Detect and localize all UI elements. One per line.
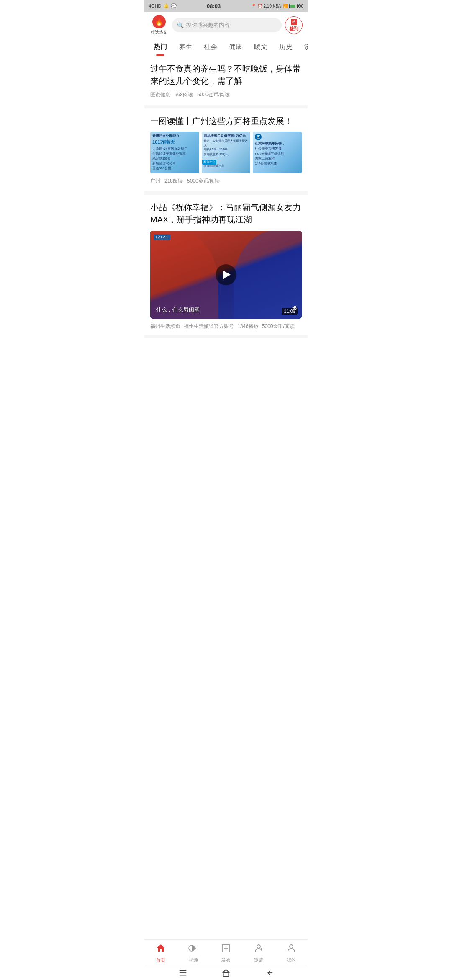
channel-badge: FZTV-1 [154,234,170,240]
article-thumb-2-1: 新增污水处理能力 101万吨/天 力争建成6座污水处理厂 生活垃圾无害化处理率 … [150,132,199,173]
article-card-1[interactable]: 过午不食真的养生吗？不吃晚饭，身体带来的这几个变化，需了解 医说健康 968阅读… [144,56,308,108]
article-title-2: 一图读懂丨广州这些方面将重点发展！ [150,115,302,127]
location-icon: 📍 [251,4,256,8]
app-logo: 🔥 [152,15,166,28]
status-bar: 4GHD 🔔 💬 08:03 📍 ⏰ 2.10 KB/s 📶 90 [144,0,308,12]
tab-history[interactable]: 历史 [273,39,298,56]
alarm-icon: ⏰ [257,4,262,8]
feed: 过午不食真的养生吗？不吃晚饭，身体带来的这几个变化，需了解 医说健康 968阅读… [144,56,308,384]
article-reads-1: 968阅读 [175,91,193,98]
video-meta-3: 福州生活频道 福州生活频道官方账号 1346播放 5000金币/阅读 [150,323,302,335]
nav-tabs: 热门 养生 社会 健康 暖文 历史 济 [144,39,308,56]
article-source-1: 医说健康 [150,91,170,98]
sign-bottom-label: 签到 [289,26,298,32]
message-icon: 💬 [171,3,177,9]
article-meta-2: 广州 218阅读 5000金币/阅读 [150,178,302,185]
tab-yangsheng[interactable]: 养生 [173,39,198,56]
video-duration: 11:09 [282,308,298,315]
logo-area: 🔥 精选热文 [149,15,169,35]
article-card-3[interactable]: 小品《祝你幸福》：马丽霸气侧漏女友力MAX，掰手指神功再现江湖 FZTV-1 1… [144,195,308,338]
battery-icon [289,4,298,8]
article-meta-1: 医说健康 968阅读 5000金币/阅读 [150,91,302,98]
tab-warm[interactable]: 暖文 [248,39,273,56]
article-title-1: 过午不食真的养生吗？不吃晚饭，身体带来的这几个变化，需了解 [150,63,302,87]
article-reward-2: 5000金币/阅读 [187,178,220,185]
status-right: 📍 ⏰ 2.10 KB/s 📶 90 [251,4,303,8]
video-source-3: 福州生活频道 [150,323,180,330]
play-triangle-icon [223,271,231,279]
article-thumb-2-3: 五 生态环境稳步改善， 社会事业加快发展 PM2.5连续三年达到 国家二级标准 … [253,132,302,173]
video-plays-3: 1346播放 [237,323,259,330]
logo-label: 精选热文 [151,29,167,35]
sign-in-button[interactable]: 签 签到 [285,16,303,34]
search-placeholder: 搜你感兴趣的内容 [186,21,230,29]
notification-icon: 🔔 [163,3,169,9]
time-display: 08:03 [207,3,221,9]
video-reward-3: 5000金币/阅读 [262,323,295,330]
article-source-2: 广州 [150,178,160,185]
status-left: 4GHD 🔔 💬 [149,3,177,9]
article-card-2[interactable]: 一图读懂丨广州这些方面将重点发展！ 新增污水处理能力 101万吨/天 力争建成6… [144,108,308,195]
article-images-2: 新增污水处理能力 101万吨/天 力争建成6座污水处理厂 生活垃圾无害化处理率 … [150,132,302,173]
tab-health[interactable]: 健康 [223,39,248,56]
article-reward-1: 5000金币/阅读 [197,91,230,98]
wifi-icon: 📶 [283,4,288,8]
battery-text: 90 [299,4,303,8]
article-reads-2: 218阅读 [164,178,183,185]
tab-economy[interactable]: 济 [298,39,308,56]
tab-hot[interactable]: 热门 [148,39,173,56]
video-overlay-text: 什么，什么男闺蜜 [156,306,200,314]
article-thumb-2-2: 商品进出口总值突破1万亿元 城市、农村常住居民人均可支配收入 增长8.5%、10… [202,132,251,173]
search-bar[interactable]: 🔍 搜你感兴趣的内容 [172,18,282,32]
video-source-sub-3: 福州生活频道官方账号 [184,323,234,330]
signal-text: 4GHD [149,3,162,8]
search-icon: 🔍 [177,22,184,28]
tab-society[interactable]: 社会 [198,39,223,56]
thumb-badge-2: 新兴产业 [202,160,216,165]
network-speed: 2.10 KB/s [264,4,282,8]
header: 🔥 精选热文 🔍 搜你感兴趣的内容 签 签到 [144,12,308,39]
video-title-3: 小品《祝你幸福》：马丽霸气侧漏女友力MAX，掰手指神功再现江湖 [150,201,302,226]
sign-top-label: 签 [291,19,297,25]
play-button[interactable] [216,264,236,285]
video-thumbnail-3[interactable]: FZTV-1 11:09 什么，什么男闺蜜 小洋人 [150,231,302,319]
